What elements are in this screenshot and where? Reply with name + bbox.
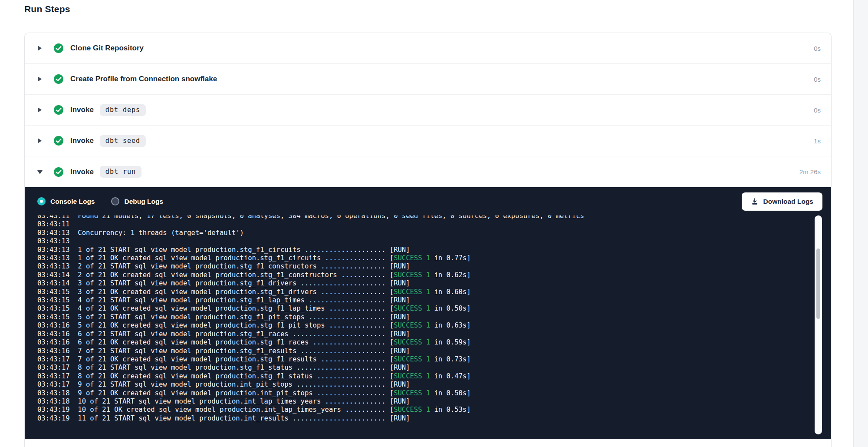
success-check-icon bbox=[53, 74, 64, 84]
page-right-gutter bbox=[853, 0, 868, 447]
run-steps-card: Clone Git Repository0sCreate Profile fro… bbox=[24, 33, 832, 447]
step-duration: 1s bbox=[814, 137, 821, 145]
log-line: 03:43:15 5 of 21 START sql view model pr… bbox=[37, 313, 812, 321]
run-steps-list: Clone Git Repository0sCreate Profile fro… bbox=[25, 33, 831, 187]
radio-selected-icon[interactable] bbox=[37, 197, 46, 205]
step-duration: 0s bbox=[814, 76, 821, 83]
step-duration: 0s bbox=[814, 106, 821, 114]
debug-logs-radio-option[interactable]: Debug Logs bbox=[111, 197, 163, 205]
run-step-row[interactable]: Create Profile from Connection snowflake… bbox=[25, 64, 831, 95]
log-line: 03:43:16 7 of 21 START sql view model pr… bbox=[37, 347, 812, 355]
radio-unselected-icon[interactable] bbox=[111, 197, 119, 205]
run-step-row[interactable]: Invokedbt deps0s bbox=[25, 95, 831, 126]
step-duration: 2m 26s bbox=[799, 168, 821, 175]
step-command-badge: dbt seed bbox=[100, 135, 146, 147]
log-line: 03:43:18 10 of 21 START sql view model p… bbox=[37, 397, 812, 406]
console-scrollbar-thumb[interactable] bbox=[816, 248, 820, 319]
log-line: 03:43:13 bbox=[37, 237, 812, 245]
step-duration: 0s bbox=[814, 45, 821, 52]
step-command-badge: dbt deps bbox=[100, 104, 146, 116]
chevron-right-icon[interactable] bbox=[37, 45, 43, 51]
run-step-row[interactable]: Invokedbt run2m 26s bbox=[25, 156, 831, 187]
log-line: 03:43:15 4 of 21 OK created sql view mod… bbox=[37, 305, 812, 313]
log-line: 03:43:13 2 of 21 START sql view model pr… bbox=[37, 262, 812, 271]
success-check-icon bbox=[53, 105, 64, 115]
log-line: 03:43:14 3 of 21 START sql view model pr… bbox=[37, 279, 812, 288]
log-line: 03:43:15 4 of 21 START sql view model pr… bbox=[37, 296, 812, 305]
log-line: 03:43:11 bbox=[37, 220, 812, 228]
console-log-panel: Console Logs Debug Logs Download Logs 03… bbox=[25, 187, 831, 440]
download-logs-button[interactable]: Download Logs bbox=[742, 192, 822, 211]
step-label: Invoke bbox=[70, 106, 94, 114]
log-line: 03:43:13 Concurrency: 1 threads (target=… bbox=[37, 229, 812, 237]
success-check-icon bbox=[53, 167, 64, 177]
step-label: Invoke bbox=[70, 168, 94, 176]
download-icon bbox=[751, 198, 759, 205]
step-label: Invoke bbox=[70, 136, 94, 145]
log-line: 03:43:17 8 of 21 START sql view model pr… bbox=[37, 364, 812, 372]
log-line: 03:43:16 6 of 21 START sql view model pr… bbox=[37, 330, 812, 338]
download-logs-label: Download Logs bbox=[763, 198, 813, 205]
log-line: 03:43:17 7 of 21 OK created sql view mod… bbox=[37, 355, 812, 364]
log-line: 03:43:19 10 of 21 OK created sql view mo… bbox=[37, 406, 812, 414]
chevron-right-icon[interactable] bbox=[37, 107, 43, 113]
log-line: 03:43:18 9 of 21 OK created sql view mod… bbox=[37, 389, 812, 397]
step-label: Clone Git Repository bbox=[70, 44, 144, 53]
log-line: 03:43:17 9 of 21 START sql view model pr… bbox=[37, 381, 812, 389]
step-label: Create Profile from Connection snowflake bbox=[70, 75, 217, 83]
log-line: 03:43:14 2 of 21 OK created sql view mod… bbox=[37, 271, 812, 279]
log-line: 03:43:13 1 of 21 OK created sql view mod… bbox=[37, 254, 812, 262]
chevron-down-icon[interactable] bbox=[37, 169, 43, 175]
run-step-row[interactable]: Clone Git Repository0s bbox=[25, 33, 831, 64]
log-line: 03:43:16 6 of 21 OK created sql view mod… bbox=[37, 338, 812, 347]
chevron-right-icon[interactable] bbox=[37, 138, 43, 144]
console-scrollbar-track[interactable] bbox=[815, 215, 822, 434]
console-logs-radio-option[interactable]: Console Logs bbox=[37, 197, 95, 205]
success-check-icon bbox=[53, 43, 64, 53]
log-line: 03:43:19 11 of 21 START sql view model p… bbox=[37, 414, 812, 423]
page-title: Run Steps bbox=[24, 4, 70, 14]
run-step-row[interactable]: Invokedbt seed1s bbox=[25, 126, 831, 156]
success-check-icon bbox=[53, 136, 64, 146]
log-line: 03:43:16 5 of 21 OK created sql view mod… bbox=[37, 321, 812, 330]
log-line: 03:43:13 1 of 21 START sql view model pr… bbox=[37, 246, 812, 254]
debug-logs-radio-label: Debug Logs bbox=[124, 198, 163, 205]
log-line: 03:43:15 3 of 21 OK created sql view mod… bbox=[37, 288, 812, 296]
step-command-badge: dbt run bbox=[100, 166, 141, 178]
console-log-output[interactable]: 03:43:11 Found 21 models, 17 tests, 0 sn… bbox=[25, 215, 812, 433]
console-header: Console Logs Debug Logs Download Logs bbox=[25, 187, 831, 215]
chevron-right-icon[interactable] bbox=[37, 76, 43, 82]
log-line: 03:43:17 8 of 21 OK created sql view mod… bbox=[37, 372, 812, 381]
log-line: 03:43:11 Found 21 models, 17 tests, 0 sn… bbox=[37, 215, 812, 220]
console-logs-radio-label: Console Logs bbox=[50, 198, 95, 205]
